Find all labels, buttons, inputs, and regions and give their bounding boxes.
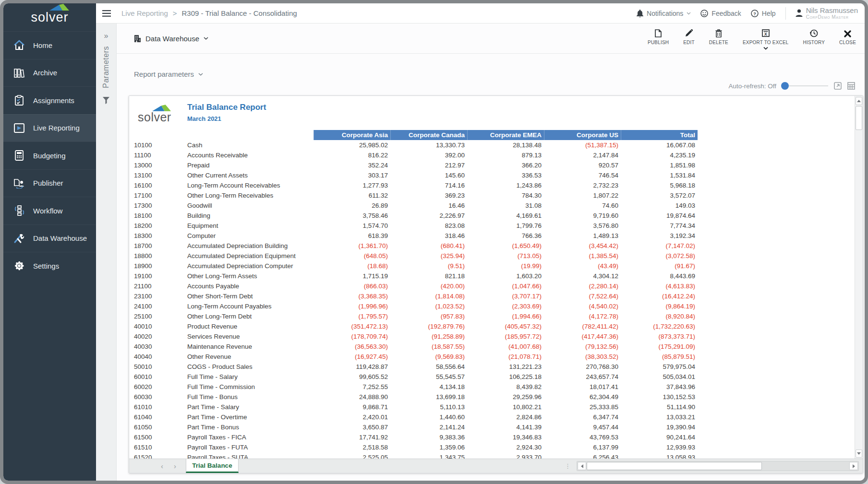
amount-cell: 18,017.41 [544,382,621,392]
sidebar-item-data-warehouse[interactable]: Data Warehouse [3,224,96,252]
sidebar-item-settings[interactable]: Settings [3,252,96,280]
scroll-right-button[interactable] [849,462,858,470]
table-row: 17300Goodwill26.8916.4631.0874.60149.03 [129,201,855,211]
amount-cell: 4,141.39 [467,422,544,432]
building-icon [134,35,141,42]
close-button[interactable]: CLOSE [839,29,856,45]
sidebar-item-assignments[interactable]: Assignments [3,86,96,114]
amount-cell: 9,383.36 [390,432,467,442]
account-code: 16100 [133,180,187,190]
amount-cell: 131,221.23 [467,362,544,372]
parameters-side-tab[interactable]: Parameters [102,46,110,88]
prev-sheet-icon[interactable]: ‹ [161,462,163,470]
amount-cell: 16.46 [390,201,467,211]
account-code: 40030 [133,342,187,352]
slider-knob[interactable] [781,82,789,90]
sidebar-item-budgeting[interactable]: Budgeting [3,142,96,169]
amount-cell: 9,719.60 [544,211,621,221]
splitter-handle-icon[interactable]: ⋮ [565,462,571,470]
sheet-tab-trial-balance[interactable]: Trial Balance [186,459,239,473]
amount-cell: 3,192.34 [621,231,698,241]
scroll-left-button[interactable] [578,462,586,470]
account-code: 10100 [133,140,187,150]
horizontal-scrollbar[interactable] [577,461,859,471]
notifications-button[interactable]: Notifications [637,10,691,17]
amount-cell: 270,768.30 [544,362,621,372]
publish-label: PUBLISH [648,40,669,45]
menu-icon[interactable] [102,10,111,17]
data-source-dropdown[interactable]: Data Warehouse [134,35,208,43]
scroll-down-button[interactable] [856,449,862,458]
sidebar-item-archive[interactable]: Archive [3,59,96,87]
edit-button[interactable]: EDIT [683,29,695,45]
amount-cell: 1,851.98 [621,160,698,170]
amount-cell: 6,256.43 [544,452,621,459]
publish-button[interactable]: PUBLISH [648,29,669,45]
account-name: Full Time - Salary [187,372,313,382]
amount-cell: 2,824.86 [467,412,544,422]
amount-cell: (9,569.83) [390,352,467,362]
account-name: Other Revenue [187,352,313,362]
account-code: 23100 [133,291,187,301]
account-name: Maintenance Revenue [187,342,313,352]
filter-funnel-icon[interactable] [103,97,109,104]
amount-cell: (1,795.57) [313,311,390,321]
vertical-scrollbar[interactable] [855,96,863,459]
amount-cell: 4,235.19 [621,150,698,160]
amount-cell: (91,258.89) [390,331,467,342]
amount-cell: 28,138.48 [467,140,544,150]
amount-cell: 31.08 [467,201,544,211]
vertical-scroll-thumb[interactable] [856,106,862,130]
sidebar-item-workflow[interactable]: Workflow [3,197,96,224]
grid-view-icon[interactable] [847,82,855,90]
history-clock-icon [810,29,818,37]
report-logo: solver [138,110,171,124]
table-row: 18800Accumulated Depreciation Equipment(… [129,251,855,261]
amount-cell: (1,994.66) [467,311,544,321]
edit-label: EDIT [683,40,695,45]
next-sheet-icon[interactable]: › [174,462,176,470]
account-code: 60030 [133,392,187,402]
sidebar-item-live-reporting[interactable]: Live Reporting [3,114,96,142]
amount-cell: (51,387.15) [544,140,621,150]
account-name: Other Short-Term Debt [187,291,313,301]
export-to-excel-button[interactable]: X EXPORT TO EXCEL [743,29,789,50]
report-subtitle: March 2021 [187,115,221,122]
column-header: Total [621,130,698,140]
horizontal-scroll-thumb[interactable] [587,462,762,470]
account-code: 40010 [133,321,187,331]
scroll-up-button[interactable] [856,97,862,105]
delete-button[interactable]: DELETE [709,29,728,45]
column-header: Corporate Asia [313,130,390,140]
column-header: Corporate US [544,130,621,140]
column-header: Corporate EMEA [467,130,544,140]
history-button[interactable]: HISTORY [803,29,825,45]
amount-cell: (1,047.66) [467,281,544,291]
amount-cell: (3,368.35) [313,291,390,301]
breadcrumb-section[interactable]: Live Reporting [121,9,168,17]
table-row: 18300Computer618.39318.46766.361,489.133… [129,231,855,241]
sheet-tab-label: Trial Balance [192,462,232,469]
sidebar-item-publisher[interactable]: Publisher [3,169,96,197]
expand-report-icon[interactable] [834,82,842,90]
user-menu[interactable]: Nils Rasmussen CorpDemo Master [796,7,858,20]
help-button[interactable]: ? Help [751,10,776,17]
amount-cell: 4,304.12 [544,271,621,281]
expand-panel-icon[interactable]: » [104,32,108,40]
feedback-button[interactable]: Feedback [700,10,741,17]
export-to-excel-label: EXPORT TO EXCEL [743,40,789,45]
report-parameters-toggle[interactable]: Report parameters [134,70,203,78]
amount-cell: 58,556.64 [390,362,467,372]
report-toolbar: Data Warehouse PUBLISH EDIT [117,24,865,54]
auto-refresh-slider[interactable] [782,82,828,90]
amount-cell: (866.03) [313,281,390,291]
table-row: 18900Accumulated Depreciation Computer(1… [129,261,855,271]
account-code: 61010 [133,402,187,412]
amount-cell: 303.17 [313,170,390,180]
amount-cell: (4,172.78) [544,311,621,321]
amount-cell: 336.53 [467,170,544,180]
sidebar-item-home[interactable]: Home [3,31,96,59]
table-row: 19100Other Long-Term Assets1,715.19821.1… [129,271,855,281]
account-code: 19100 [133,271,187,281]
sidebar-item-label: Workflow [33,207,62,215]
